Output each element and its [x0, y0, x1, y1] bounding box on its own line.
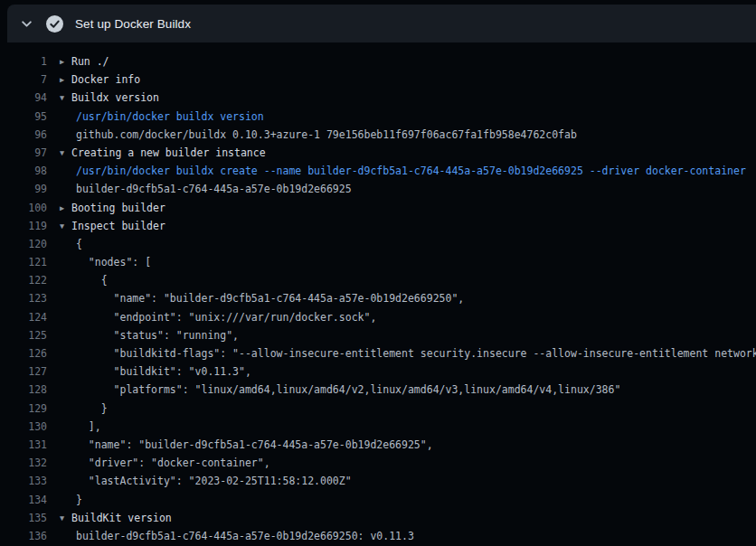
- line-number[interactable]: 132: [0, 454, 47, 472]
- line-number[interactable]: 120: [0, 235, 47, 253]
- log-row: 131 "name": "builder-d9cfb5a1-c764-445a-…: [0, 436, 756, 454]
- output-text: "name": "builder-d9cfb5a1-c764-445a-a57e…: [76, 436, 433, 454]
- group-title: Run ./: [71, 52, 109, 71]
- log-row: 134}: [0, 491, 756, 509]
- line-number[interactable]: 128: [0, 381, 47, 399]
- line-number[interactable]: 94: [0, 89, 47, 107]
- log-group-row[interactable]: 1▶Run ./: [0, 52, 756, 71]
- line-number[interactable]: 127: [0, 362, 47, 381]
- line-number[interactable]: 122: [0, 271, 47, 289]
- log-row: 136builder-d9cfb5a1-c764-445a-a57e-0b19d…: [0, 527, 756, 545]
- log-row: 129 }: [0, 400, 756, 418]
- check-circle-icon: [45, 14, 63, 33]
- actions-log-panel: Set up Docker Buildx 1▶Run ./7▶Docker in…: [0, 0, 756, 546]
- output-text: "platforms": "linux/amd64,linux/amd64/v2…: [76, 381, 620, 399]
- line-number[interactable]: 97: [0, 144, 47, 162]
- log-row: 121 "nodes": [: [0, 253, 756, 271]
- line-number[interactable]: 96: [0, 126, 47, 144]
- step-title: Set up Docker Buildx: [75, 17, 191, 31]
- log-row: 123 "name": "builder-d9cfb5a1-c764-445a-…: [0, 289, 756, 307]
- line-number[interactable]: 134: [0, 491, 47, 509]
- log-row: 120{: [0, 235, 756, 253]
- output-text: "name": "builder-d9cfb5a1-c764-445a-a57e…: [76, 289, 464, 307]
- log-row: 128 "platforms": "linux/amd64,linux/amd6…: [0, 381, 756, 399]
- line-number[interactable]: 121: [0, 253, 47, 271]
- output-text: }: [76, 400, 108, 418]
- log-rows: 1▶Run ./7▶Docker info94▼Buildx version95…: [0, 42, 756, 546]
- log-row: 130 ],: [0, 418, 756, 436]
- line-number[interactable]: 129: [0, 400, 47, 418]
- line-number[interactable]: 135: [0, 509, 47, 527]
- log-row: 132 "driver": "docker-container",: [0, 454, 756, 472]
- line-number[interactable]: 126: [0, 344, 47, 362]
- line-number[interactable]: 136: [0, 527, 47, 545]
- output-text: {: [76, 235, 82, 253]
- log-row: 127 "buildkit": "v0.11.3",: [0, 362, 756, 381]
- log-group-row[interactable]: 100▶Booting builder: [0, 199, 756, 217]
- group-title: Booting builder: [71, 199, 165, 217]
- output-text: "lastActivity": "2023-02-25T11:58:12.000…: [76, 472, 352, 490]
- command-text: /usr/bin/docker buildx version: [76, 108, 264, 126]
- line-number[interactable]: 125: [0, 326, 47, 344]
- log-row: 122 {: [0, 271, 756, 289]
- line-number[interactable]: 98: [0, 162, 47, 180]
- log-row: 99builder-d9cfb5a1-c764-445a-a57e-0b19d2…: [0, 180, 756, 198]
- line-number[interactable]: 119: [0, 217, 47, 235]
- log-row: 96github.com/docker/buildx 0.10.3+azure-…: [0, 126, 756, 144]
- step-header[interactable]: Set up Docker Buildx: [7, 5, 756, 42]
- line-number[interactable]: 95: [0, 108, 47, 126]
- log-row: 124 "endpoint": "unix:///var/run/docker.…: [0, 308, 756, 326]
- output-text: "driver": "docker-container",: [76, 454, 270, 472]
- log-group-row[interactable]: 97▼Creating a new builder instance: [0, 144, 756, 162]
- triangle-right-icon: ▶: [60, 199, 71, 217]
- log-group-row[interactable]: 94▼Buildx version: [0, 89, 756, 107]
- triangle-down-icon: ▼: [60, 144, 71, 162]
- command-text: /usr/bin/docker buildx create --name bui…: [76, 162, 746, 180]
- log-row: 126 "buildkitd-flags": "--allow-insecure…: [0, 344, 756, 362]
- log-group-row[interactable]: 135▼BuildKit version: [0, 509, 756, 527]
- line-number[interactable]: 133: [0, 472, 47, 490]
- line-number[interactable]: 130: [0, 418, 47, 436]
- log-row: 98/usr/bin/docker buildx create --name b…: [0, 162, 756, 180]
- line-number[interactable]: 123: [0, 289, 47, 307]
- line-number[interactable]: 131: [0, 436, 47, 454]
- log-row: 133 "lastActivity": "2023-02-25T11:58:12…: [0, 472, 756, 490]
- line-number[interactable]: 124: [0, 308, 47, 326]
- group-title: Docker info: [71, 71, 140, 89]
- triangle-down-icon: ▼: [60, 509, 71, 527]
- line-number[interactable]: 100: [0, 199, 47, 217]
- log-group-row[interactable]: 7▶Docker info: [0, 71, 756, 89]
- triangle-down-icon: ▼: [60, 217, 71, 235]
- output-text: ],: [76, 418, 101, 436]
- line-number[interactable]: 99: [0, 180, 47, 198]
- log-row: 125 "status": "running",: [0, 326, 756, 344]
- output-text: }: [76, 491, 82, 509]
- log-group-row[interactable]: 119▼Inspect builder: [0, 217, 756, 235]
- output-text: "endpoint": "unix:///var/run/docker.sock…: [76, 308, 376, 326]
- triangle-right-icon: ▶: [60, 52, 71, 71]
- chevron-down-icon[interactable]: [13, 5, 40, 42]
- line-number[interactable]: 1: [0, 52, 47, 71]
- output-text: "status": "running",: [76, 326, 239, 344]
- output-text: builder-d9cfb5a1-c764-445a-a57e-0b19d2e6…: [76, 180, 352, 198]
- output-text: builder-d9cfb5a1-c764-445a-a57e-0b19d2e6…: [76, 527, 414, 545]
- output-text: github.com/docker/buildx 0.10.3+azure-1 …: [76, 126, 577, 144]
- group-title: Creating a new builder instance: [71, 144, 266, 162]
- line-number[interactable]: 7: [0, 71, 47, 89]
- log-row: 95/usr/bin/docker buildx version: [0, 108, 756, 126]
- output-text: "nodes": [: [76, 253, 151, 271]
- output-text: "buildkitd-flags": "--allow-insecure-ent…: [76, 344, 756, 362]
- output-text: {: [76, 271, 108, 289]
- group-title: Inspect builder: [71, 217, 165, 235]
- group-title: BuildKit version: [71, 509, 172, 527]
- triangle-right-icon: ▶: [60, 71, 71, 89]
- group-title: Buildx version: [71, 89, 159, 107]
- triangle-down-icon: ▼: [60, 89, 71, 107]
- output-text: "buildkit": "v0.11.3",: [76, 362, 251, 381]
